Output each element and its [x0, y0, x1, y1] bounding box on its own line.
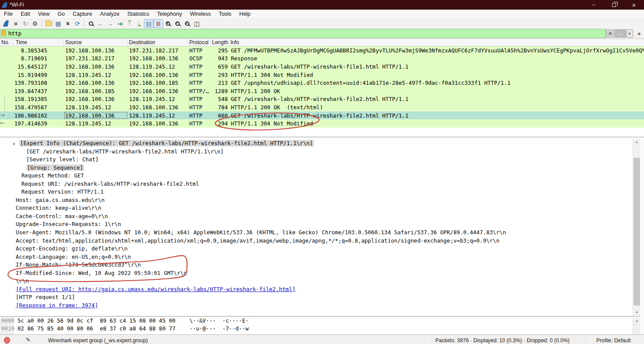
- packet-list: 8.385345 192.168.100.136 197.231.182.217…: [0, 46, 644, 128]
- packet-row[interactable]: 158.470587 128.119.245.12 192.168.100.13…: [0, 103, 644, 111]
- menu-wireless[interactable]: Wireless: [186, 10, 215, 18]
- start-capture-button[interactable]: [1, 19, 11, 28]
- hex-scrollbar[interactable]: ▲: [633, 317, 640, 334]
- reload-file-button[interactable]: ⟳: [73, 19, 82, 28]
- scroll-up-icon[interactable]: ▲: [633, 139, 641, 145]
- restart-capture-button[interactable]: ↻: [21, 19, 30, 28]
- column-header-destination[interactable]: Destination: [128, 39, 188, 46]
- filter-dropdown-button[interactable]: ▾: [627, 29, 633, 38]
- close-file-button[interactable]: ×: [63, 19, 73, 28]
- edit-comment-icon[interactable]: ✎: [26, 337, 31, 343]
- packet-row[interactable]: 15.919499 128.119.245.12 192.168.100.136…: [0, 71, 644, 79]
- menu-statistics[interactable]: Statistics: [123, 10, 153, 18]
- detail-line[interactable]: Cache-Control: max-age=0\r\n: [0, 212, 633, 221]
- menu-edit[interactable]: Edit: [17, 10, 34, 18]
- detail-line[interactable]: Accept-Encoding: gzip, deflate\r\n: [0, 245, 633, 253]
- menu-view[interactable]: View: [34, 10, 54, 18]
- zoom-out-button[interactable]: −: [173, 19, 182, 28]
- detail-line[interactable]: ∨[Expert Info (Chat/Sequence): GET /wire…: [0, 139, 633, 148]
- hex-row[interactable]: 0010 02 86 75 85 40 00 80 06 e8 37 c0 a8…: [0, 325, 633, 333]
- detail-line[interactable]: User-Agent: Mozilla/5.0 (Windows NT 10.0…: [0, 229, 633, 237]
- detail-line[interactable]: Upgrade-Insecure-Requests: 1\r\n: [0, 220, 633, 229]
- restore-button[interactable]: [604, 0, 624, 10]
- detail-line[interactable]: Connection: keep-alive\r\n: [0, 204, 633, 212]
- display-filter-input[interactable]: http: [0, 29, 606, 38]
- zoom-in-button[interactable]: +: [163, 19, 173, 28]
- close-icon: ×: [632, 1, 636, 9]
- packet-row[interactable]: 139.847437 192.168.100.185 192.168.100.1…: [0, 87, 644, 95]
- detail-line[interactable]: [Group: Sequence]: [0, 164, 633, 172]
- go-forward-button[interactable]: →: [105, 19, 115, 28]
- toolbar-separator: [84, 20, 84, 27]
- arrow-down-icon: ↓: [138, 21, 141, 26]
- resize-columns-button[interactable]: ◫: [192, 19, 202, 28]
- packet-row[interactable]: 139.793108 192.168.100.136 192.168.100.1…: [0, 79, 644, 87]
- packet-row[interactable]: ← 197.414639 128.119.245.12 192.168.100.…: [0, 119, 644, 128]
- column-header-length[interactable]: Length: [211, 39, 229, 46]
- detail-line[interactable]: Accept: text/html,application/xhtml+xml,…: [0, 237, 633, 245]
- go-back-button[interactable]: ←: [96, 19, 105, 28]
- menu-telephony[interactable]: Telephony: [153, 10, 186, 18]
- bookmark-icon[interactable]: [2, 30, 6, 37]
- filter-clear-button[interactable]: ×: [606, 29, 614, 38]
- hex-row[interactable]: 0000 5c a0 00 26 56 9d 0c cf 89 63 c4 15…: [0, 317, 633, 325]
- menu-help[interactable]: Help: [235, 10, 254, 18]
- detail-line[interactable]: Request URI: /wireshark-labs/HTTP-wiresh…: [0, 180, 633, 188]
- detail-line-link[interactable]: [Response in frame: 3974]: [0, 302, 633, 310]
- auto-scroll-toggle[interactable]: ▤: [144, 19, 153, 28]
- hex-dump-pane: 0000 5c a0 00 26 56 9d 0c cf 89 63 c4 15…: [0, 317, 633, 334]
- minimize-icon: –: [592, 2, 595, 8]
- capture-options-button[interactable]: ⚙: [30, 19, 40, 28]
- detail-line[interactable]: Request Method: GET: [0, 172, 633, 180]
- packet-row[interactable]: 8.719691 197.231.182.217 192.168.100.136…: [0, 55, 644, 63]
- detail-line[interactable]: [HTTP request 1/1]: [0, 293, 633, 302]
- menu-capture[interactable]: Capture: [69, 10, 96, 18]
- toolbar-separator: [42, 20, 42, 27]
- packet-row[interactable]: 8.385345 192.168.100.136 197.231.182.217…: [0, 46, 644, 55]
- colorize-toggle[interactable]: ≣: [153, 19, 163, 28]
- column-header-no[interactable]: No.: [0, 39, 13, 46]
- detail-line[interactable]: [Severity level: Chat]: [0, 156, 633, 164]
- menu-tools[interactable]: Tools: [215, 10, 235, 18]
- stop-capture-button[interactable]: ■: [11, 19, 21, 28]
- wireshark-logo-icon: [2, 2, 7, 8]
- column-header-info[interactable]: Info: [229, 39, 644, 46]
- detail-line[interactable]: Accept-Language: en-US,en;q=0.9\r\n: [0, 253, 633, 261]
- detail-line-link[interactable]: [Full request URI: http://gaia.cs.umass.…: [0, 285, 633, 294]
- minimize-button[interactable]: –: [584, 0, 604, 10]
- close-button[interactable]: ×: [624, 0, 644, 10]
- details-scrollbar[interactable]: ▲ ▼: [633, 139, 640, 316]
- packet-row-selected[interactable]: → 196.986102 192.168.100.136 128.119.245…: [0, 111, 644, 120]
- go-to-bottom-button[interactable]: ↓: [134, 19, 144, 28]
- collapse-arrow-icon[interactable]: ∨: [13, 140, 19, 148]
- folder-icon: [45, 21, 52, 26]
- save-file-button[interactable]: ▦: [53, 19, 63, 28]
- scroll-down-icon[interactable]: ▼: [633, 309, 641, 316]
- expert-info-icon[interactable]: [4, 337, 10, 344]
- packet-row[interactable]: 15.645127 192.168.100.136 128.119.245.12…: [0, 63, 644, 71]
- find-packet-button[interactable]: [86, 19, 96, 28]
- detail-line[interactable]: If-Modified-Since: Wed, 10 Aug 2022 05:5…: [0, 269, 633, 278]
- packet-row[interactable]: 158.191385 192.168.100.136 128.119.245.1…: [0, 95, 644, 104]
- detail-line[interactable]: [GET /wireshark-labs/HTTP-wireshark-file…: [0, 148, 633, 156]
- detail-line[interactable]: \r\n: [0, 277, 633, 285]
- status-field-text: Wireshark expert group (_ws.expert.group…: [48, 337, 148, 344]
- column-header-source[interactable]: Source: [64, 39, 128, 46]
- go-to-top-button[interactable]: ↑: [125, 19, 134, 28]
- column-header-protocol[interactable]: Protocol: [188, 39, 211, 46]
- column-header-time[interactable]: Time: [13, 39, 64, 46]
- detail-line[interactable]: Request Version: HTTP/1.1: [0, 188, 633, 196]
- filter-add-button[interactable]: +: [636, 29, 643, 38]
- menu-file[interactable]: File: [0, 10, 17, 18]
- menu-analyze[interactable]: Analyze: [96, 10, 123, 18]
- open-file-button[interactable]: [44, 19, 53, 28]
- go-to-packet-button[interactable]: ⇥: [115, 19, 125, 28]
- detail-line[interactable]: Host: gaia.cs.umass.edu\r\n: [0, 196, 633, 205]
- filter-apply-button[interactable]: →: [615, 29, 627, 38]
- menu-go[interactable]: Go: [54, 10, 69, 18]
- scroll-up-icon[interactable]: ▲: [633, 317, 641, 324]
- detail-line[interactable]: If-None-Match: "173-5e5dcbee3ccd3"\r\n: [0, 261, 633, 269]
- status-profile[interactable]: Profile: Default: [596, 337, 631, 344]
- scrollbar-thumb[interactable]: [634, 158, 640, 306]
- zoom-original-button[interactable]: =: [182, 19, 192, 28]
